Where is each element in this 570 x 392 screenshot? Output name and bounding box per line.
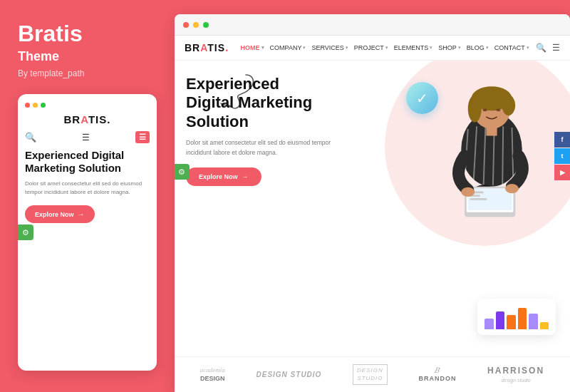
dot-green bbox=[41, 103, 46, 108]
nav-project-label: PROJECT bbox=[354, 44, 384, 51]
theme-title: Bratis bbox=[18, 21, 157, 46]
nav-contact-chevron: ▾ bbox=[527, 45, 529, 51]
hero-body: Dolor sit amet consectetur elit sed do e… bbox=[186, 138, 343, 158]
check-badge: ✓ bbox=[406, 82, 438, 114]
nav-contact-label: CONTACT bbox=[494, 44, 525, 51]
search-icon[interactable]: 🔍 bbox=[536, 43, 546, 53]
desktop-mockup: BRATIS. HOME ▾ COMPANY ▾ SERVICES ▾ PROJ… bbox=[175, 14, 570, 392]
svg-point-12 bbox=[497, 109, 501, 112]
nav-shop-chevron: ▾ bbox=[458, 45, 461, 51]
mobile-heading: Experienced Digital Marketing Solution bbox=[25, 149, 150, 175]
hamburger-icon[interactable]: ☰ bbox=[552, 43, 560, 53]
mobile-gear-badge: ⚙ bbox=[18, 225, 33, 240]
nav-blog-label: BLOG bbox=[467, 44, 484, 51]
nav-home[interactable]: HOME ▾ bbox=[241, 44, 264, 51]
youtube-button[interactable]: ▶ bbox=[554, 165, 570, 180]
nav-shop-label: SHOP bbox=[438, 44, 457, 51]
hero-btn-arrow: → bbox=[242, 173, 249, 180]
nav-company-label: COMPANY bbox=[270, 44, 302, 51]
nav-services[interactable]: SERVICES ▾ bbox=[311, 44, 348, 51]
analytics-bar bbox=[540, 322, 549, 329]
mobile-menu-red[interactable]: ☰ bbox=[135, 131, 150, 143]
nav-project[interactable]: PROJECT ▾ bbox=[354, 44, 388, 51]
mobile-explore-button[interactable]: Explore Now → bbox=[25, 205, 95, 223]
svg-point-23 bbox=[505, 184, 519, 193]
hero-heading-line2: Digital Marketing bbox=[186, 93, 312, 111]
site-navbar: BRATIS. HOME ▾ COMPANY ▾ SERVICES ▾ PROJ… bbox=[175, 36, 570, 61]
brand-academia: academia DESIGN bbox=[200, 366, 225, 383]
nav-icons: 🔍 ☰ bbox=[536, 43, 560, 53]
dot-yellow bbox=[33, 103, 38, 108]
nav-elements-chevron: ▾ bbox=[430, 45, 432, 51]
hero-heading-line1: Experienced bbox=[186, 75, 279, 93]
svg-point-10 bbox=[502, 96, 515, 116]
svg-point-9 bbox=[468, 96, 482, 123]
brands-row: academia DESIGN DESIGN STUDIO DESIGNSTUD… bbox=[175, 356, 570, 392]
mobile-btn-label: Explore Now bbox=[35, 211, 74, 218]
analytics-bar bbox=[518, 308, 527, 329]
brand-design-studio2: DESIGNSTUDIO bbox=[353, 364, 388, 385]
browser-dot-red bbox=[183, 22, 189, 28]
hero-gear-badge: ⚙ bbox=[175, 164, 190, 180]
theme-author: By template_path bbox=[18, 68, 157, 78]
svg-point-22 bbox=[461, 187, 475, 197]
hero-heading: Experienced Digital Marketing Solution bbox=[186, 75, 380, 131]
nav-blog[interactable]: BLOG ▾ bbox=[467, 44, 489, 51]
svg-point-11 bbox=[483, 109, 487, 112]
nav-project-chevron: ▾ bbox=[385, 45, 388, 51]
mobile-mockup: BRATIS. 🔍 ☰ ☰ Experienced Digital Market… bbox=[18, 94, 157, 371]
nav-elements[interactable]: ELEMENTS ▾ bbox=[394, 44, 433, 51]
nav-home-label: HOME bbox=[241, 44, 260, 51]
nav-elements-label: ELEMENTS bbox=[394, 44, 429, 51]
brand-harrison: HARRISON design studio bbox=[487, 366, 544, 383]
nav-blog-chevron: ▾ bbox=[486, 45, 489, 51]
svg-rect-13 bbox=[486, 125, 497, 135]
hero-explore-button[interactable]: Explore Now → bbox=[186, 167, 261, 186]
hero-heading-line3: Solution bbox=[186, 113, 249, 130]
nav-links: HOME ▾ COMPANY ▾ SERVICES ▾ PROJECT ▾ EL… bbox=[241, 44, 530, 51]
mobile-nav-bar: 🔍 ☰ ☰ bbox=[25, 131, 150, 143]
side-social-bar: f t ▶ bbox=[554, 132, 570, 180]
left-panel: Bratis Theme By template_path BRATIS. 🔍 … bbox=[0, 0, 175, 392]
theme-subtitle: Theme bbox=[18, 49, 157, 64]
analytics-bars bbox=[484, 304, 549, 329]
mobile-hamburger-icon[interactable]: ☰ bbox=[82, 133, 90, 143]
twitter-button[interactable]: t bbox=[554, 148, 570, 164]
svg-line-5 bbox=[502, 126, 503, 185]
analytics-bar bbox=[507, 315, 516, 329]
nav-home-chevron: ▾ bbox=[261, 45, 264, 51]
analytics-bar bbox=[529, 314, 538, 329]
nav-company[interactable]: COMPANY ▾ bbox=[270, 44, 306, 51]
hero-woman-image bbox=[420, 61, 563, 225]
brand-design-studio: DESIGN STUDIO bbox=[256, 370, 322, 379]
analytics-widget bbox=[477, 299, 556, 335]
hero-right: ✓ bbox=[392, 61, 570, 356]
mobile-window-dots bbox=[25, 103, 150, 108]
mobile-body-text: Dolor sit amet consectetur elit sed do e… bbox=[25, 180, 150, 197]
hero-btn-label: Explore Now bbox=[199, 173, 238, 180]
svg-rect-21 bbox=[470, 198, 487, 200]
analytics-bar bbox=[496, 311, 505, 329]
site-logo: BRATIS. bbox=[185, 41, 229, 54]
browser-dot-green bbox=[203, 22, 209, 28]
hero-section: Experienced Digital Marketing Solution D… bbox=[175, 61, 570, 356]
browser-bar bbox=[175, 14, 570, 36]
analytics-bar bbox=[484, 319, 494, 329]
browser-dot-yellow bbox=[193, 22, 199, 28]
mobile-btn-arrow: → bbox=[78, 210, 85, 218]
nav-shop[interactable]: SHOP ▾ bbox=[438, 44, 461, 51]
brand-brandon: 𝐵 BRANDON bbox=[418, 366, 456, 383]
nav-contact[interactable]: CONTACT ▾ bbox=[494, 44, 529, 51]
mobile-logo: BRATIS. bbox=[25, 113, 150, 125]
nav-services-chevron: ▾ bbox=[346, 45, 348, 51]
mobile-search-icon[interactable]: 🔍 bbox=[25, 132, 36, 143]
nav-services-label: SERVICES bbox=[311, 44, 343, 51]
dot-red bbox=[25, 103, 30, 108]
facebook-button[interactable]: f bbox=[554, 132, 570, 148]
hero-left: Experienced Digital Marketing Solution D… bbox=[175, 61, 392, 356]
nav-company-chevron: ▾ bbox=[303, 45, 306, 51]
